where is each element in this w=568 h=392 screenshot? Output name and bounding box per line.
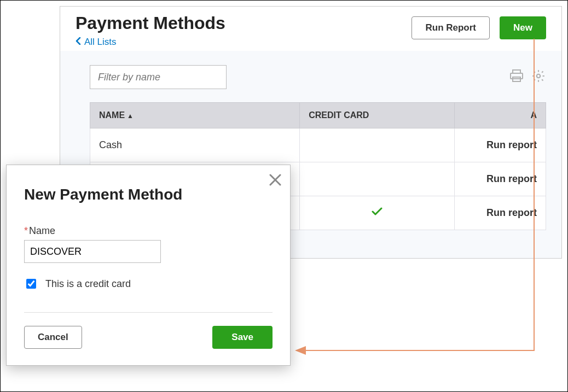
close-icon[interactable] — [268, 173, 282, 189]
name-field-label: *Name — [24, 225, 273, 237]
check-icon — [372, 207, 382, 218]
credit-card-checkbox-label: This is a credit card — [45, 278, 131, 290]
cell-credit-card — [300, 128, 455, 162]
column-header-name[interactable]: NAME▲ — [90, 103, 300, 128]
name-field[interactable] — [24, 240, 161, 263]
sort-asc-icon: ▲ — [127, 112, 134, 120]
breadcrumb-label: All Lists — [84, 37, 117, 48]
cell-name: Cash — [90, 128, 300, 162]
run-report-link[interactable]: Run report — [455, 196, 546, 230]
cancel-button[interactable]: Cancel — [24, 326, 82, 349]
credit-card-checkbox-row[interactable]: This is a credit card — [24, 277, 273, 290]
cell-credit-card — [300, 196, 455, 230]
page-title: Payment Methods — [76, 13, 225, 33]
column-header-credit-card[interactable]: CREDIT CARD — [300, 103, 455, 128]
breadcrumb-all-lists[interactable]: All Lists — [76, 37, 117, 48]
run-report-link[interactable]: Run report — [455, 162, 546, 196]
panel-header: Payment Methods All Lists Run Report New — [60, 7, 561, 51]
dialog-title: New Payment Method — [24, 186, 273, 203]
chevron-left-icon — [76, 37, 82, 48]
cell-credit-card — [300, 162, 455, 196]
save-button[interactable]: Save — [212, 326, 273, 349]
column-header-action[interactable]: A — [455, 103, 546, 128]
credit-card-checkbox[interactable] — [26, 279, 36, 289]
gear-icon[interactable] — [531, 69, 546, 85]
run-report-button[interactable]: Run Report — [411, 16, 490, 39]
svg-point-3 — [537, 74, 541, 78]
dialog-divider — [24, 312, 273, 313]
run-report-link[interactable]: Run report — [455, 128, 546, 162]
filter-input[interactable] — [90, 65, 227, 89]
print-icon[interactable] — [509, 69, 524, 85]
new-payment-method-dialog: New Payment Method *Name This is a credi… — [6, 165, 291, 366]
new-button[interactable]: New — [500, 16, 546, 39]
table-row: Cash Run report — [90, 128, 546, 162]
